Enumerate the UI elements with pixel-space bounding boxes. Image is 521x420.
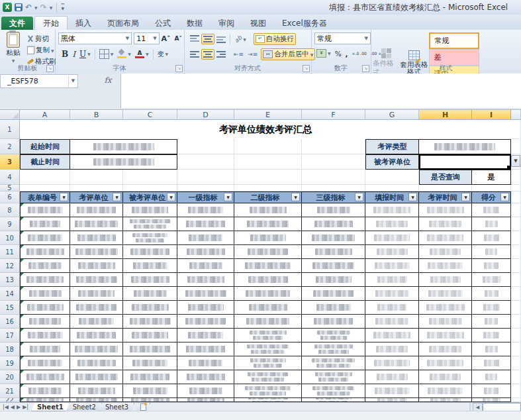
cell-blank[interactable] bbox=[511, 170, 521, 185]
accounting-dropdown-icon[interactable]: ▼ bbox=[328, 51, 331, 56]
start-time-value-cell[interactable] bbox=[70, 139, 177, 154]
data-cell[interactable] bbox=[20, 231, 70, 245]
align-middle-button[interactable] bbox=[201, 34, 214, 44]
data-cell[interactable] bbox=[20, 273, 70, 287]
data-cell[interactable] bbox=[365, 315, 419, 329]
align-right-button[interactable] bbox=[214, 49, 228, 60]
data-cell[interactable] bbox=[234, 217, 302, 231]
data-cell[interactable] bbox=[472, 329, 511, 342]
fill-color-button[interactable]: ▼ bbox=[115, 48, 133, 60]
bold-button[interactable]: B bbox=[60, 48, 70, 60]
cell-style-normal[interactable]: 常规 bbox=[429, 32, 479, 49]
data-cell[interactable] bbox=[70, 315, 123, 329]
column-header-D[interactable]: D bbox=[177, 110, 234, 120]
data-cell[interactable] bbox=[302, 384, 365, 398]
data-cell[interactable] bbox=[20, 384, 70, 398]
data-cell[interactable] bbox=[177, 315, 234, 329]
grow-font-button[interactable]: A˄ bbox=[160, 33, 173, 44]
data-cell[interactable] bbox=[70, 245, 123, 259]
data-cell[interactable] bbox=[177, 356, 234, 370]
shrink-font-button[interactable]: A˅ bbox=[173, 34, 184, 43]
data-cell[interactable] bbox=[365, 356, 419, 370]
ribbon-tab-开始[interactable]: 开始 bbox=[34, 16, 68, 30]
data-cell[interactable] bbox=[302, 301, 365, 315]
data-cell[interactable] bbox=[472, 384, 511, 398]
data-cell[interactable] bbox=[20, 356, 70, 370]
data-cell[interactable] bbox=[234, 203, 302, 217]
filter-dropdown-icon[interactable]: ▼ bbox=[113, 193, 121, 201]
row-header-14[interactable]: 14 bbox=[0, 287, 20, 301]
cell-blank[interactable] bbox=[234, 154, 302, 170]
start-time-label-cell[interactable]: 起始时间 bbox=[20, 139, 70, 154]
data-cell[interactable] bbox=[20, 301, 70, 315]
cell-blank[interactable] bbox=[177, 139, 234, 154]
cell-blank[interactable] bbox=[511, 273, 521, 287]
data-cell[interactable] bbox=[123, 370, 177, 384]
data-cell[interactable] bbox=[234, 259, 302, 273]
data-cell[interactable] bbox=[234, 273, 302, 287]
data-cell[interactable] bbox=[70, 342, 123, 356]
data-cell[interactable] bbox=[419, 301, 472, 315]
cell-blank[interactable] bbox=[177, 154, 234, 170]
decrease-indent-button[interactable]: ⇤≡ bbox=[232, 50, 246, 59]
row-header-15[interactable]: 15 bbox=[0, 301, 20, 315]
data-cell[interactable] bbox=[123, 384, 177, 398]
clipboard-dialog-launcher-icon[interactable]: ↘ bbox=[46, 65, 54, 72]
next-sheet-icon[interactable]: ▶ bbox=[17, 404, 21, 410]
font-name-combobox[interactable]: 黑体▼ bbox=[58, 32, 132, 44]
first-sheet-icon[interactable]: |◀ bbox=[3, 404, 9, 410]
filter-dropdown-icon[interactable]: ▼ bbox=[224, 193, 232, 201]
data-cell[interactable] bbox=[70, 273, 123, 287]
cell-blank[interactable] bbox=[472, 185, 511, 191]
phonetic-dropdown-icon[interactable]: ▼ bbox=[166, 52, 169, 56]
data-cell[interactable] bbox=[419, 315, 472, 329]
cell-blank[interactable] bbox=[511, 191, 521, 203]
column-header-G[interactable]: G bbox=[365, 110, 419, 120]
data-cell[interactable] bbox=[365, 301, 419, 315]
data-cell[interactable] bbox=[302, 356, 365, 370]
data-cell[interactable] bbox=[419, 329, 472, 342]
cell-blank[interactable] bbox=[302, 185, 365, 191]
underline-button[interactable]: U▼ bbox=[77, 48, 93, 60]
cell-blank[interactable] bbox=[234, 185, 302, 191]
table-header-考评单位[interactable]: 考评单位▼ bbox=[70, 191, 123, 203]
data-cell[interactable] bbox=[123, 231, 177, 245]
cell-blank[interactable] bbox=[302, 170, 365, 185]
name-box-dropdown-icon[interactable]: ▼ bbox=[68, 75, 77, 87]
redo-dropdown-icon[interactable]: ▼ bbox=[50, 5, 53, 10]
data-cell[interactable] bbox=[365, 217, 419, 231]
column-header-E[interactable]: E bbox=[234, 110, 302, 120]
data-cell[interactable] bbox=[70, 287, 123, 301]
data-cell[interactable] bbox=[123, 329, 177, 342]
data-cell[interactable] bbox=[123, 356, 177, 370]
cell-blank[interactable] bbox=[511, 329, 521, 342]
data-cell[interactable] bbox=[472, 203, 511, 217]
ribbon-tab-公式[interactable]: 公式 bbox=[147, 17, 179, 30]
query-label-cell[interactable]: 是否查询 bbox=[419, 170, 472, 185]
data-cell[interactable] bbox=[302, 217, 365, 231]
data-cell[interactable] bbox=[70, 231, 123, 245]
cell-blank[interactable] bbox=[365, 185, 419, 191]
prev-sheet-icon[interactable]: ◀ bbox=[11, 404, 15, 410]
percent-button[interactable]: % bbox=[333, 48, 344, 59]
query-value-cell[interactable]: 是 bbox=[472, 170, 511, 185]
data-cell[interactable] bbox=[177, 287, 234, 301]
data-cell[interactable] bbox=[302, 370, 365, 384]
font-color-button[interactable]: A▼ bbox=[133, 48, 151, 60]
filter-dropdown-icon[interactable]: ▼ bbox=[408, 193, 417, 201]
cell-blank[interactable] bbox=[419, 185, 472, 191]
data-cell[interactable] bbox=[234, 356, 302, 370]
save-icon[interactable] bbox=[15, 3, 23, 11]
end-time-value-cell[interactable] bbox=[70, 154, 177, 170]
filter-dropdown-icon[interactable]: ▼ bbox=[461, 193, 470, 201]
row-header-3[interactable]: 3 bbox=[0, 154, 20, 170]
cell-blank[interactable] bbox=[234, 170, 302, 185]
cell-blank[interactable] bbox=[302, 139, 365, 154]
cell-blank[interactable] bbox=[511, 356, 521, 370]
data-cell[interactable] bbox=[123, 273, 177, 287]
cell-blank[interactable] bbox=[511, 287, 521, 301]
merge-center-button[interactable]: ↔合并后居中▼ bbox=[261, 48, 315, 60]
cell-blank[interactable] bbox=[511, 259, 521, 273]
accounting-format-button[interactable]: ¥▼ bbox=[314, 48, 333, 59]
data-cell[interactable] bbox=[177, 231, 234, 245]
